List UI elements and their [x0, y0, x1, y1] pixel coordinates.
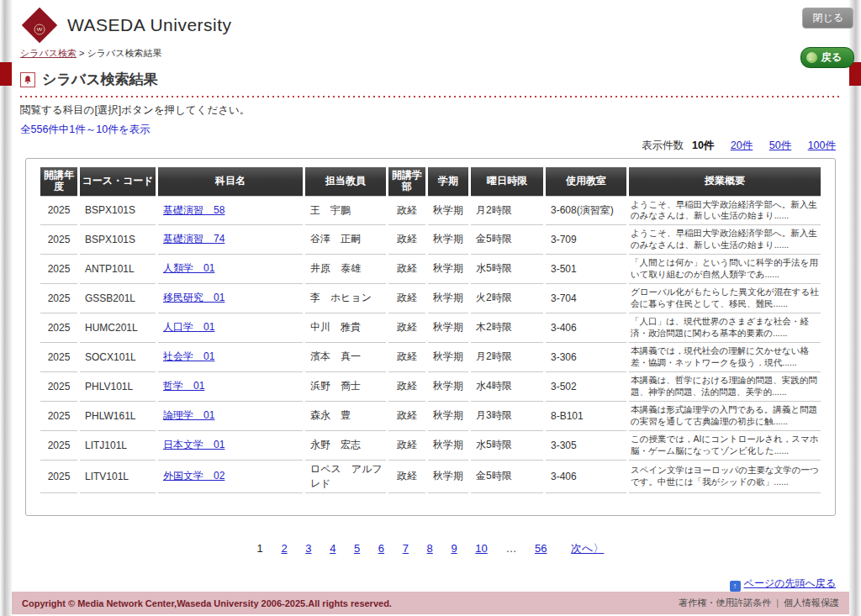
- table-row: 2025 SOCX101L 社会学 01 濱本 真一 政経 秋学期 月2時限 3…: [40, 343, 821, 372]
- pagination-current-page: 1: [257, 542, 263, 555]
- cell-teacher: 中川 雅貴: [305, 313, 386, 343]
- cell-faculty: 政経: [388, 461, 425, 493]
- cell-teacher: 李 ホヒョン: [305, 284, 386, 313]
- cell-course-code: HUMC201L: [80, 313, 156, 343]
- footer-link-copyright-terms[interactable]: 著作権・使用許諾条件: [679, 598, 771, 608]
- table-row: 2025 BSPX101S 基礎演習 74 谷澤 正嗣 政経 秋学期 金5時限 …: [40, 225, 821, 255]
- subject-link[interactable]: 基礎演習 58: [163, 204, 224, 216]
- table-row: 2025 PHLW161L 論理学 01 森永 豊 政経 秋学期 月3時限 8-…: [40, 402, 821, 431]
- col-header-term: 学期: [428, 167, 468, 196]
- subject-link[interactable]: 基礎演習 74: [163, 233, 224, 245]
- cell-classroom: 3-406: [546, 313, 626, 343]
- cell-teacher: 森永 豊: [305, 402, 386, 431]
- cell-subject: 人類学 01: [158, 255, 303, 284]
- instruction-text: 閲覧する科目の[選択]ボタンを押してください。: [20, 103, 841, 118]
- cell-faculty: 政経: [388, 313, 425, 343]
- cell-teacher: 濱本 真一: [305, 343, 386, 372]
- display-count-option-50[interactable]: 50件: [769, 140, 791, 151]
- cell-year: 2025: [40, 284, 77, 313]
- footer-link-privacy[interactable]: 個人情報保護: [784, 598, 839, 608]
- pagination-page-56[interactable]: 56: [535, 542, 547, 555]
- cell-faculty: 政経: [388, 225, 425, 255]
- breadcrumb: シラバス検索>シラバス検索結果: [20, 47, 841, 60]
- display-count-option-20[interactable]: 20件: [731, 140, 753, 151]
- cell-teacher: 王 宇鵬: [305, 196, 386, 225]
- col-header-classroom: 使用教室: [546, 167, 626, 196]
- cell-year: 2025: [40, 313, 77, 343]
- subject-link[interactable]: 日本文学 01: [163, 439, 224, 450]
- cell-day-period: 火2時限: [471, 284, 543, 313]
- cell-classroom: 3-502: [546, 372, 626, 402]
- subject-link[interactable]: 社会学 01: [163, 350, 214, 362]
- display-count-option-100[interactable]: 100件: [808, 140, 836, 151]
- cell-day-period: 水5時限: [471, 255, 543, 284]
- col-header-faculty: 開講学部: [388, 167, 425, 196]
- page-top-arrow-icon: ↑: [730, 581, 741, 592]
- pagination-next-link[interactable]: 次へ〉: [571, 541, 604, 556]
- pagination-page-3[interactable]: 3: [305, 542, 311, 555]
- cell-term: 秋学期: [428, 372, 468, 402]
- cell-subject: 論理学 01: [158, 402, 303, 431]
- cell-term: 秋学期: [428, 343, 468, 372]
- cell-day-period: 月3時限: [471, 402, 543, 431]
- pagination-page-5[interactable]: 5: [354, 542, 360, 555]
- col-header-course-code: コース・コード: [80, 167, 156, 196]
- cell-subject: 人口学 01: [158, 313, 303, 343]
- cell-overview: グローバル化がもたらした異文化が混在する社会に暮らす住民として、移民、難民...…: [629, 284, 821, 313]
- display-count-current: 10件: [692, 140, 714, 151]
- cell-year: 2025: [40, 225, 77, 255]
- cell-faculty: 政経: [388, 343, 425, 372]
- waseda-crest-icon: [20, 6, 59, 45]
- table-header-row: 開講年度 コース・コード 科目名 担当教員 開講学部 学期 曜日時限 使用教室 …: [40, 167, 821, 196]
- col-header-teacher: 担当教員: [305, 167, 386, 196]
- cell-faculty: 政経: [388, 255, 425, 284]
- subject-link[interactable]: 外国文学 02: [163, 470, 224, 482]
- cell-subject: 外国文学 02: [158, 461, 303, 493]
- close-button[interactable]: 閉じる: [802, 8, 853, 29]
- cell-faculty: 政経: [388, 431, 425, 461]
- subject-link[interactable]: 哲学 01: [163, 380, 204, 392]
- page-top-link[interactable]: ページの先頭へ戻る: [744, 577, 836, 589]
- cell-course-code: LITV101L: [80, 461, 156, 493]
- cell-faculty: 政経: [388, 284, 425, 313]
- table-row: 2025 PHLV101L 哲学 01 浜野 喬士 政経 秋学期 水4時限 3-…: [40, 372, 821, 402]
- cell-classroom: 3-704: [546, 284, 626, 313]
- cell-classroom: 8-B101: [546, 402, 626, 431]
- pagination-page-7[interactable]: 7: [403, 542, 409, 555]
- cell-day-period: 金5時限: [471, 461, 543, 493]
- cell-classroom: 3-608(演習室): [546, 196, 626, 225]
- pagination-page-9[interactable]: 9: [451, 542, 457, 555]
- col-header-year: 開講年度: [40, 167, 77, 196]
- cell-year: 2025: [40, 343, 77, 372]
- subject-link[interactable]: 論理学 01: [163, 409, 214, 421]
- header: WASEDA University: [20, 0, 841, 44]
- dotted-divider: [20, 96, 841, 97]
- back-button[interactable]: ← 戻る: [800, 47, 854, 68]
- cell-teacher: 谷澤 正嗣: [305, 225, 386, 255]
- page-title-bell-icon: [20, 72, 35, 87]
- pagination-page-2[interactable]: 2: [281, 542, 287, 555]
- cell-term: 秋学期: [428, 402, 468, 431]
- pagination-page-4[interactable]: 4: [330, 542, 335, 555]
- cell-term: 秋学期: [428, 255, 468, 284]
- back-arrow-icon: ←: [806, 52, 817, 63]
- cell-classroom: 3-305: [546, 431, 626, 461]
- logo-text: WASEDA University: [67, 15, 232, 35]
- cell-day-period: 月2時限: [471, 196, 543, 225]
- breadcrumb-link-syllabus-search[interactable]: シラバス検索: [20, 48, 77, 58]
- breadcrumb-separator: >: [79, 48, 84, 58]
- col-header-subject: 科目名: [158, 167, 303, 196]
- results-table-container: 開講年度 コース・コード 科目名 担当教員 開講学部 学期 曜日時限 使用教室 …: [25, 158, 836, 516]
- cell-subject: 社会学 01: [158, 343, 303, 372]
- cell-teacher: 永野 宏志: [305, 431, 386, 461]
- cell-overview: 本講義では，現代社会の理解に欠かせない格差・協調・ネットワークを扱う．現代...…: [629, 343, 821, 372]
- subject-link[interactable]: 移民研究 01: [163, 292, 224, 303]
- pagination-page-8[interactable]: 8: [427, 542, 433, 555]
- subject-link[interactable]: 人口学 01: [163, 321, 214, 333]
- table-row: 2025 BSPX101S 基礎演習 58 王 宇鵬 政経 秋学期 月2時限 3…: [40, 196, 821, 225]
- subject-link[interactable]: 人類学 01: [163, 262, 214, 274]
- pagination-page-6[interactable]: 6: [378, 542, 384, 555]
- table-row: 2025 ANTP101L 人類学 01 井原 泰雄 政経 秋学期 水5時限 3…: [40, 255, 821, 284]
- pagination-page-10[interactable]: 10: [475, 542, 487, 555]
- cell-faculty: 政経: [388, 372, 425, 402]
